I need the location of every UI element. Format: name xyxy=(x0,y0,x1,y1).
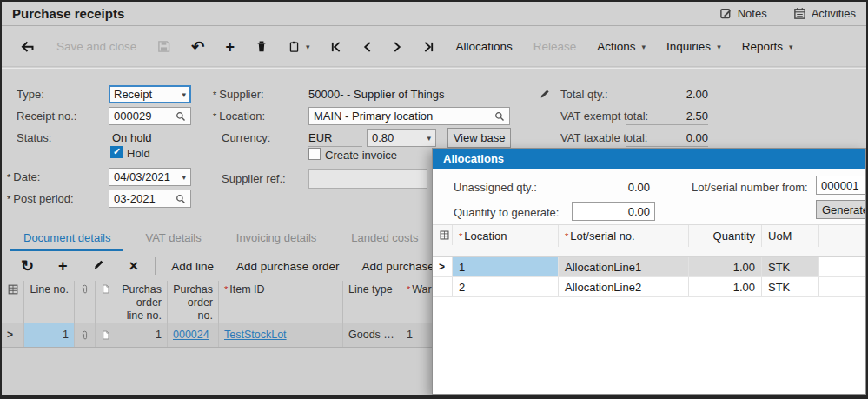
cell-quantity[interactable]: 1.00 xyxy=(689,277,762,296)
currency-rate-combo[interactable]: 0.80 ▾ xyxy=(367,129,436,147)
location-value: MAIN - Primary location xyxy=(314,110,491,123)
tab-landed-costs[interactable]: Landed costs xyxy=(338,226,431,251)
col-header-uom[interactable]: UoM xyxy=(762,225,819,247)
qty-to-generate-field[interactable]: 0.00 xyxy=(572,202,655,221)
lot-serial-from-label: Lot/serial number from: xyxy=(692,181,808,194)
generate-button[interactable]: Generate xyxy=(816,200,866,219)
add-purchase-order-button[interactable]: Add purchase order xyxy=(225,260,351,273)
activities-button[interactable]: Activities xyxy=(793,7,856,20)
row-selector[interactable] xyxy=(433,277,453,296)
cell-po-line-no[interactable]: 1 xyxy=(116,323,168,347)
add-row-button[interactable]: + xyxy=(46,258,80,274)
back-button[interactable] xyxy=(10,33,46,61)
col-header-line-type[interactable]: Line type xyxy=(343,281,401,323)
lookup-icon[interactable] xyxy=(176,111,186,122)
cell-attachment[interactable] xyxy=(75,323,96,347)
chevron-down-icon[interactable]: ▾ xyxy=(182,90,186,99)
activities-calendar-icon xyxy=(793,7,806,20)
add-line-button[interactable]: Add line xyxy=(160,260,225,273)
col-header-notes[interactable] xyxy=(96,281,116,323)
supplier-field[interactable]: 50000- - Supplier of Things xyxy=(308,85,533,103)
tab-invoicing-details[interactable]: Invoicing details xyxy=(223,226,330,251)
cell-uom[interactable]: STK xyxy=(762,257,819,276)
col-header-location[interactable]: *Location xyxy=(453,225,559,247)
back-arrow-icon xyxy=(21,41,36,53)
lot-serial-from-field[interactable]: 000001 xyxy=(816,176,866,195)
reports-menu[interactable]: Reports▾ xyxy=(732,33,804,61)
refresh-button[interactable]: ↻ xyxy=(9,258,46,274)
chevron-down-icon[interactable]: ▾ xyxy=(182,173,186,182)
undo-button[interactable]: ↶ xyxy=(181,33,215,61)
allocation-row-1[interactable]: > 1 AllocationLine1 1.00 STK xyxy=(433,257,865,277)
hold-checkbox[interactable] xyxy=(110,146,123,158)
notes-button[interactable]: Notes xyxy=(719,7,767,20)
cell-line-type[interactable]: Goods … xyxy=(343,323,401,347)
delete-record-button[interactable] xyxy=(245,33,278,61)
cell-location[interactable]: 1 xyxy=(453,257,559,276)
status-value: On hold xyxy=(112,131,152,144)
allocations-table: *Location *Lot/serial no. Quantity UoM >… xyxy=(433,224,865,394)
grid-settings-cell[interactable] xyxy=(2,281,24,323)
col-header-item-id[interactable]: *Item ID xyxy=(219,281,343,323)
po-no-link[interactable]: 000024 xyxy=(173,329,209,342)
edit-pencil-icon[interactable] xyxy=(539,88,551,100)
col-header-lot-serial[interactable]: *Lot/serial no. xyxy=(559,225,689,247)
save-button[interactable] xyxy=(147,33,181,61)
inquiries-label: Inquiries xyxy=(666,40,711,53)
chevron-down-icon[interactable]: ▾ xyxy=(427,134,431,143)
cell-uom[interactable]: STK xyxy=(762,277,819,296)
tab-document-details[interactable]: Document details xyxy=(10,226,123,251)
clipboard-menu-button[interactable]: ▾ xyxy=(278,33,321,61)
cell-quantity[interactable]: 1.00 xyxy=(689,257,762,276)
lookup-icon[interactable] xyxy=(494,111,505,122)
go-next-button[interactable] xyxy=(382,33,413,61)
release-button[interactable]: Release xyxy=(523,33,587,61)
inquiries-menu[interactable]: Inquiries▾ xyxy=(656,33,732,61)
type-combo[interactable]: Receipt ▾ xyxy=(109,85,191,103)
cell-line-no[interactable]: 1 xyxy=(24,323,75,347)
titlebar-actions: Notes Activities xyxy=(719,7,856,20)
tab-vat-details[interactable]: VAT details xyxy=(132,226,214,251)
delete-row-button[interactable]: × xyxy=(117,258,151,274)
save-and-close-button[interactable]: Save and close xyxy=(46,33,147,61)
row-selector[interactable]: > xyxy=(2,323,24,347)
date-field[interactable]: 04/03/2021 ▾ xyxy=(109,168,191,186)
allocation-row-2[interactable]: 2 AllocationLine2 1.00 STK xyxy=(433,277,865,297)
edit-row-button[interactable] xyxy=(80,258,117,274)
create-invoice-checkbox[interactable] xyxy=(308,148,321,160)
post-period-field[interactable]: 03-2021 xyxy=(109,190,191,208)
col-header-attachments[interactable] xyxy=(75,281,96,323)
required-marker: * xyxy=(459,231,462,242)
required-marker: * xyxy=(407,284,410,295)
notes-label: Notes xyxy=(738,7,767,20)
go-first-button[interactable] xyxy=(320,33,352,61)
next-record-icon xyxy=(393,41,402,53)
chevron-down-icon: ▾ xyxy=(717,43,721,51)
receipt-no-field[interactable]: 000029 xyxy=(109,107,191,125)
cell-location[interactable]: 2 xyxy=(453,277,559,296)
item-id-link[interactable]: TestStockLot xyxy=(224,329,287,342)
chevron-down-icon: ▾ xyxy=(642,43,646,51)
col-header-line-no[interactable]: Line no. xyxy=(24,281,75,323)
supplier-ref-field[interactable] xyxy=(308,169,427,189)
lookup-icon[interactable] xyxy=(176,194,186,204)
col-header-quantity[interactable]: Quantity xyxy=(689,225,762,247)
go-prev-button[interactable] xyxy=(352,33,382,61)
cell-filler xyxy=(819,277,865,296)
row-selector[interactable]: > xyxy=(433,257,453,276)
col-header-po-line-no[interactable]: Purchas order line no. xyxy=(116,281,168,323)
location-field[interactable]: MAIN - Primary location xyxy=(308,107,510,125)
actions-menu[interactable]: Actions▾ xyxy=(586,33,656,61)
grid-settings-cell[interactable] xyxy=(433,225,453,245)
cell-lot-serial[interactable]: AllocationLine2 xyxy=(559,277,689,296)
go-last-button[interactable] xyxy=(413,33,445,61)
prev-record-icon xyxy=(362,41,372,53)
add-record-button[interactable]: + xyxy=(215,33,245,61)
allocations-button[interactable]: Allocations xyxy=(445,33,522,61)
col-header-po-no[interactable]: Purchas order no. xyxy=(168,281,219,323)
allocations-dialog-title[interactable]: Allocations xyxy=(433,149,865,169)
cell-lot-serial[interactable]: AllocationLine1 xyxy=(559,257,689,276)
view-base-button[interactable]: View base xyxy=(447,128,511,148)
cell-note[interactable] xyxy=(96,323,116,347)
currency-code-field[interactable]: EUR xyxy=(308,129,362,147)
